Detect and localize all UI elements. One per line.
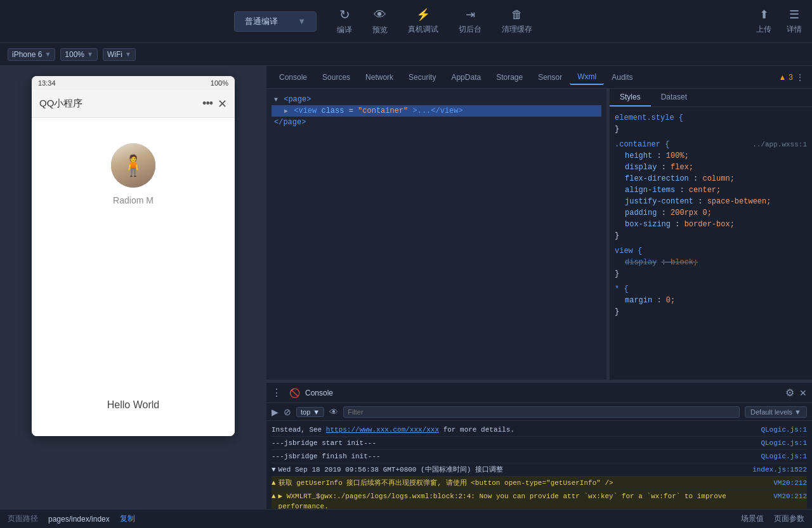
style-close-container: } [615, 230, 807, 241]
style-prop-view-display-name: display [625, 258, 657, 267]
phone-app-name: QQ小程序 [39, 98, 82, 110]
scene-value-button[interactable]: 场景值 [741, 513, 764, 524]
realtime-debug-button[interactable]: ⚡ 真机调试 [408, 8, 438, 35]
devtools-panel: Console Sources Network Security AppData… [266, 66, 812, 509]
console-filter-input[interactable] [343, 406, 740, 418]
console-close-button[interactable]: ✕ [799, 388, 807, 398]
tab-network[interactable]: Network [358, 70, 401, 84]
console-panel: ⋮ 🚫 Console ⚙ ✕ ▶ ⊘ top ▼ 👁 Default leve [266, 382, 812, 509]
device-arrow: ▼ [44, 51, 51, 58]
console-line-warning-1: ▲ 获取 getUserInfo 接口后续将不再出现授权弹窗, 请使用 <but… [272, 477, 807, 490]
clear-button[interactable]: 🗑 清理缓存 [502, 8, 532, 35]
xml-line-page-open[interactable]: ▼ <page> [272, 94, 601, 105]
expand-arrow-view[interactable]: ▶ [284, 108, 288, 115]
console-line-jsbridge-start: ---jsbridge start init--- QLogic.js:1 [272, 437, 807, 450]
style-close-star: } [615, 306, 807, 318]
console-eye-icon[interactable]: 👁 [329, 407, 338, 417]
console-context-select[interactable]: top ▼ [296, 407, 324, 417]
style-prop-box-name: box-sizing [625, 220, 671, 229]
console-clear-icon[interactable]: 🚫 [289, 388, 300, 398]
page-params-button[interactable]: 页面参数 [774, 513, 804, 524]
style-prop-align: align-items : center; [615, 184, 807, 196]
style-prop-view-display-value: block; [671, 258, 698, 267]
avatar [111, 143, 155, 188]
styles-tab-styles[interactable]: Styles [610, 89, 651, 106]
style-prop-margin-name: margin [625, 296, 652, 305]
xml-attr-class: class [321, 106, 344, 115]
detail-label: 详情 [787, 24, 802, 35]
preview-button[interactable]: 👁 预览 [372, 8, 388, 35]
style-selector-star: * { [615, 283, 807, 295]
console-toolbar: ▶ ⊘ top ▼ 👁 Default levels ▼ [266, 403, 812, 421]
upload-button[interactable]: ⬆ 上传 [756, 8, 771, 35]
style-close-view: } [615, 268, 807, 280]
tab-appdata[interactable]: AppData [443, 70, 488, 84]
warning-count: 3 [789, 73, 793, 82]
devtools-tabs: Console Sources Network Security AppData… [266, 66, 812, 89]
tab-sources[interactable]: Sources [315, 70, 358, 84]
device-bar: iPhone 6 ▼ 100% ▼ WiFi ▼ [0, 43, 812, 66]
cutback-label: 切后台 [459, 24, 481, 35]
phone-nav-icons: ••• ✕ [202, 97, 227, 111]
console-source-1[interactable]: QLogic.js:1 [756, 425, 807, 435]
style-prop-display-value: flex; [671, 163, 693, 172]
network-value: WiFi [107, 50, 122, 59]
console-level-select[interactable]: Default levels ▼ [745, 406, 807, 418]
translate-button[interactable]: 普通编译 ▼ [234, 11, 317, 32]
console-link-1[interactable]: https://www.xxx.com/xxx/xxx [326, 426, 439, 434]
style-prop-height-name: height [625, 151, 652, 160]
style-selector-container-line: .container { ../app.wxss:1 [615, 139, 807, 150]
console-warning-1-text: 获取 getUserInfo 接口后续将不再出现授权弹窗, 请使用 <butto… [278, 478, 613, 488]
console-line-warning-2: ▲ ▶ WXMLRT_$gwx:./pages/logs/logs.wxml:b… [272, 490, 807, 509]
console-source-jsbridge-finish[interactable]: QLogic.js:1 [756, 451, 807, 461]
zoom-selector[interactable]: 100% ▼ [60, 48, 98, 61]
styles-pane: Styles Dataset element.style { } .contai… [609, 89, 812, 380]
tab-console[interactable]: Console [272, 70, 315, 84]
detail-button[interactable]: ☰ 详情 [787, 8, 802, 35]
tab-audits[interactable]: Audits [604, 70, 640, 84]
style-prop-view-display: display : block; [615, 257, 807, 268]
phone-avatar-section: Radiom M [111, 143, 155, 205]
phone-username: Radiom M [113, 195, 154, 205]
console-controls: ⚙ ✕ [785, 387, 807, 399]
translate-label: 普通编译 [245, 16, 278, 27]
style-selector-container: .container { [615, 140, 669, 149]
bottom-bar: 页面路径 pages/index/index 复制 场景值 页面参数 [0, 509, 812, 528]
console-level-label: Default levels ▼ [750, 408, 801, 416]
console-block-icon[interactable]: ⊘ [284, 407, 291, 417]
network-selector[interactable]: WiFi ▼ [103, 48, 136, 61]
console-source-warning-1[interactable]: VM20:212 [768, 478, 807, 488]
phone-time: 13:34 [38, 79, 56, 87]
copy-path-button[interactable]: 复制 [120, 513, 135, 524]
console-source-date[interactable]: index.js:1522 [747, 465, 807, 475]
compile-button[interactable]: ↻ 编译 [337, 7, 352, 35]
zoom-arrow: ▼ [87, 51, 93, 58]
style-selector-element: element.style { [615, 112, 807, 124]
phone-more-icon[interactable]: ••• [202, 97, 213, 110]
tab-security[interactable]: Security [401, 70, 443, 84]
xml-line-view-selected[interactable]: ▶ <view class = "container" >...</view> [272, 105, 601, 117]
devtools-menu-icon[interactable]: ⋮ [793, 72, 807, 82]
phone-close-icon[interactable]: ✕ [218, 97, 227, 111]
console-exec-icon[interactable]: ▶ [272, 407, 278, 417]
console-expand-arrow[interactable]: ▼ [272, 465, 276, 475]
console-line-1-text: Instead, See https://www.xxx.com/xxx/xxx… [272, 425, 514, 435]
console-source-jsbridge-start[interactable]: QLogic.js:1 [756, 438, 807, 448]
tab-wxml[interactable]: Wxml [570, 70, 604, 85]
console-settings-icon[interactable]: ⚙ [785, 387, 794, 399]
xml-pane[interactable]: ▼ <page> ▶ <view class = "container" >..… [266, 89, 606, 380]
style-prop-box-value: border-box; [684, 220, 735, 229]
tab-storage[interactable]: Storage [488, 70, 530, 84]
expand-arrow[interactable]: ▼ [274, 96, 278, 103]
style-rule-star: * { margin : 0; } [615, 283, 807, 318]
xml-line-page-close[interactable]: </page> [272, 117, 601, 128]
device-selector[interactable]: iPhone 6 ▼ [8, 48, 55, 61]
warning-icon-1: ▲ [272, 478, 276, 488]
cutback-button[interactable]: ⇥ 切后台 [459, 8, 481, 35]
style-selector-view: view { [615, 245, 807, 257]
styles-tab-dataset[interactable]: Dataset [651, 89, 697, 106]
console-source-warning-2[interactable]: VM20:212 [768, 491, 807, 501]
tab-sensor[interactable]: Sensor [530, 70, 570, 84]
xml-tag-view-close-part: >...</view> [413, 106, 463, 115]
phone-battery: 100% [211, 79, 228, 87]
